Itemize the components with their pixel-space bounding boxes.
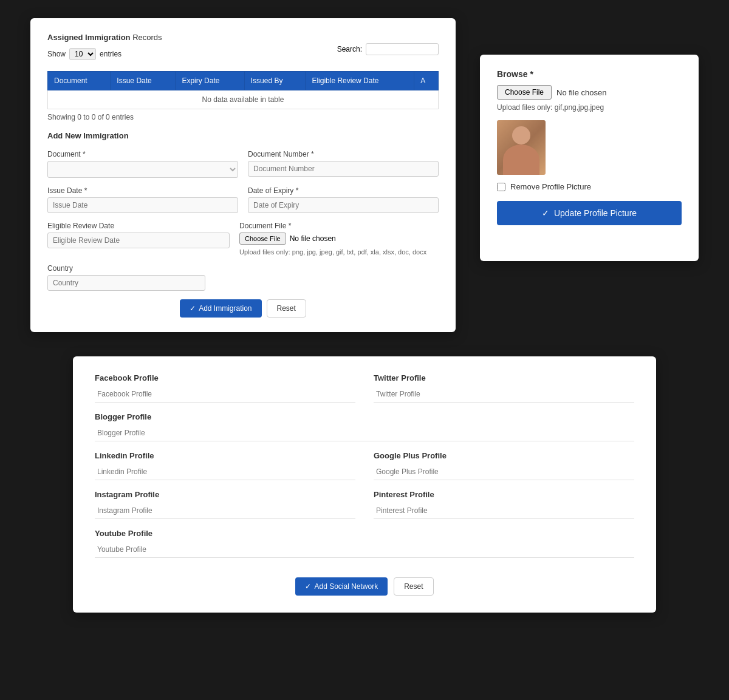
eligible-review-input[interactable] [47,233,230,248]
document-file-label: Document File * [239,222,439,230]
pinterest-label: Pinterest Profile [374,490,634,499]
twitter-label: Twitter Profile [374,373,634,382]
date-of-expiry-label: Date of Expiry * [248,186,439,195]
file-hint: Upload files only: png, jpg, jpeg, gif, … [239,248,439,256]
checkmark-icon: ✓ [190,304,196,313]
linkedin-input[interactable] [95,464,355,480]
reset-immigration-button[interactable]: Reset [267,299,306,318]
file-input-row: Choose File No file chosen [239,233,439,245]
document-number-group: Document Number * [248,150,439,178]
search-input[interactable] [366,43,439,55]
social-form-actions: ✓ Add Social Network Reset [95,577,634,596]
form-row-2: Issue Date * Date of Expiry * [47,186,439,213]
instagram-input[interactable] [95,503,355,519]
social-network-card: Facebook Profile Twitter Profile Blogger… [73,356,656,613]
col-issued-by: Issued By [244,72,306,90]
col-eligible-review: Eligible Review Date [306,72,414,90]
googleplus-label: Google Plus Profile [374,451,634,460]
immigration-form-actions: ✓ Add Immigration Reset [47,299,439,318]
country-label: Country [47,264,205,273]
youtube-input[interactable] [95,542,634,558]
document-number-input[interactable] [248,161,439,177]
document-number-label: Document Number * [248,150,439,158]
linkedin-label: Linkedin Profile [95,451,355,460]
facebook-input[interactable] [95,386,355,403]
add-social-network-button[interactable]: ✓ Add Social Network [295,577,388,596]
date-of-expiry-group: Date of Expiry * [248,186,439,213]
table-no-data-row: No data available in table [48,90,439,109]
issue-date-input[interactable] [47,197,238,213]
twitter-input[interactable] [374,386,634,403]
social-form-grid: Facebook Profile Twitter Profile Blogger… [95,373,634,568]
country-group: Country [47,264,205,291]
pinterest-input[interactable] [374,503,634,519]
facebook-profile-group: Facebook Profile [95,373,355,403]
remove-picture-checkbox[interactable] [497,183,505,191]
youtube-profile-group: Youtube Profile [95,529,634,558]
no-file-text: No file chosen [290,234,336,243]
browse-hint: Upload files only: gif,png,jpg,jpeg [497,103,682,112]
entries-info: Showing 0 to 0 of 0 entries [47,113,439,121]
choose-file-button[interactable]: Choose File [239,233,286,245]
remove-picture-label: Remove Profile Picture [510,182,591,191]
issue-date-label: Issue Date * [47,186,238,195]
profile-image-preview [497,120,546,175]
linkedin-profile-group: Linkedin Profile [95,451,355,480]
date-of-expiry-input[interactable] [248,197,439,213]
browse-choose-file-button[interactable]: Choose File [497,85,552,100]
googleplus-profile-group: Google Plus Profile [374,451,634,480]
col-expiry-date: Expiry Date [176,72,244,90]
youtube-label: Youtube Profile [95,529,634,538]
search-row: Search: [337,43,439,55]
blogger-input[interactable] [95,425,634,441]
profile-picture-card: Browse * Choose File No file chosen Uplo… [480,55,699,261]
googleplus-input[interactable] [374,464,634,480]
eligible-review-label: Eligible Review Date [47,222,230,230]
pinterest-profile-group: Pinterest Profile [374,490,634,519]
browse-no-file-text: No file chosen [556,88,606,97]
section-title: Assigned Immigration Records [47,33,439,42]
add-immigration-button[interactable]: ✓ Add Immigration [180,299,261,318]
document-group: Document * [47,150,238,178]
add-new-title: Add New Immigration [47,131,439,140]
social-checkmark-icon: ✓ [305,582,311,591]
show-entries-row: Show 10 25 50 entries [47,48,122,60]
country-input[interactable] [47,275,205,291]
facebook-label: Facebook Profile [95,373,355,382]
col-action: A [414,72,439,90]
browse-file-row: Choose File No file chosen [497,85,682,100]
form-row-4: Country [47,264,439,291]
remove-picture-row: Remove Profile Picture [497,182,682,191]
update-checkmark-icon: ✓ [542,208,549,218]
form-row-1: Document * Document Number * [47,150,439,178]
form-row-3: Eligible Review Date Document File * Cho… [47,222,439,256]
immigration-card: Assigned Immigration Records Show 10 25 … [30,18,456,332]
entries-select[interactable]: 10 25 50 [69,48,96,60]
blogger-profile-group: Blogger Profile [95,412,634,441]
eligible-review-group: Eligible Review Date [47,222,230,256]
instagram-label: Instagram Profile [95,490,355,499]
document-label: Document * [47,150,238,158]
blogger-label: Blogger Profile [95,412,634,421]
twitter-profile-group: Twitter Profile [374,373,634,403]
col-issue-date: Issue Date [111,72,176,90]
immigration-table: Document Issue Date Expiry Date Issued B… [47,71,439,109]
instagram-profile-group: Instagram Profile [95,490,355,519]
update-profile-picture-button[interactable]: ✓ Update Profile Picture [497,201,682,225]
browse-label: Browse * [497,69,682,79]
col-document: Document [48,72,111,90]
reset-social-button[interactable]: Reset [394,577,433,596]
document-select[interactable] [47,161,238,178]
document-file-group: Document File * Choose File No file chos… [239,222,439,256]
issue-date-group: Issue Date * [47,186,238,213]
